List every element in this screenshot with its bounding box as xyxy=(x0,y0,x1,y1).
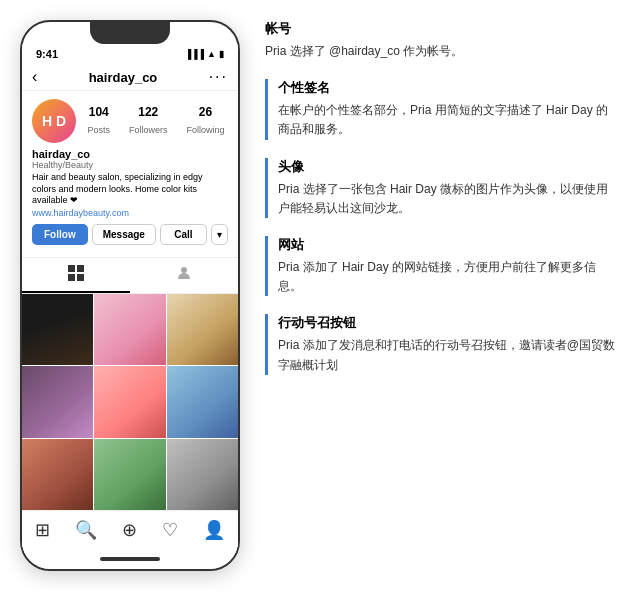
call-button[interactable]: Call xyxy=(160,224,207,245)
grid-cell-4[interactable] xyxy=(22,366,93,437)
bottom-nav: ⊞ 🔍 ⊕ ♡ 👤 xyxy=(22,510,238,553)
info-section-cta: 行动号召按钮 Pria 添加了发消息和打电话的行动号召按钮，邀请读者@国贸数字融… xyxy=(265,314,615,374)
heart-nav-icon[interactable]: ♡ xyxy=(162,519,178,541)
home-nav-icon[interactable]: ⊞ xyxy=(35,519,50,541)
phone-mockup: 9:41 ▐▐▐ ▲ ▮ ‹ hairday_co ··· xyxy=(20,20,240,571)
profile-nav-icon[interactable]: 👤 xyxy=(203,519,225,541)
phone-notch xyxy=(90,22,170,44)
profile-header: H D 104 Posts 122 Followers xyxy=(22,91,238,251)
profile-bio: Hair and beauty salon, specializing in e… xyxy=(32,172,228,207)
signal-icon: ▐▐▐ xyxy=(185,49,204,59)
tab-tagged[interactable] xyxy=(130,258,238,293)
battery-icon: ▮ xyxy=(219,49,224,59)
section-title-avatar: 头像 xyxy=(278,158,615,176)
info-section-website: 网站 Pria 添加了 Hair Day 的网站链接，方便用户前往了解更多信息。 xyxy=(265,236,615,296)
grid-cell-9[interactable] xyxy=(167,439,238,510)
follow-button[interactable]: Follow xyxy=(32,224,88,245)
section-text-avatar: Pria 选择了一张包含 Hair Day 微标的图片作为头像，以便使用户能轻易… xyxy=(278,180,615,218)
section-text-website: Pria 添加了 Hair Day 的网站链接，方便用户前往了解更多信息。 xyxy=(278,258,615,296)
following-label: Following xyxy=(186,125,224,135)
followers-label: Followers xyxy=(129,125,168,135)
avatar: H D xyxy=(32,99,76,143)
phone-screen: 9:41 ▐▐▐ ▲ ▮ ‹ hairday_co ··· xyxy=(22,44,238,569)
section-title-website: 网站 xyxy=(278,236,615,254)
grid-cell-5[interactable] xyxy=(94,366,165,437)
back-button[interactable]: ‹ xyxy=(32,68,37,86)
following-count: 26 xyxy=(186,105,224,119)
profile-stats: 104 Posts 122 Followers 26 Following xyxy=(84,105,228,137)
svg-rect-3 xyxy=(77,274,84,281)
status-time: 9:41 xyxy=(36,48,58,60)
main-container: 9:41 ▐▐▐ ▲ ▮ ‹ hairday_co ··· xyxy=(20,20,620,571)
home-indicator xyxy=(100,557,160,561)
svg-rect-2 xyxy=(68,274,75,281)
search-nav-icon[interactable]: 🔍 xyxy=(75,519,97,541)
right-panel: 帐号 Pria 选择了 @hairday_co 作为帐号。 个性签名 在帐户的个… xyxy=(260,20,620,393)
profile-tabs xyxy=(22,257,238,294)
section-text-cta: Pria 添加了发消息和打电话的行动号召按钮，邀请读者@国贸数字融概计划 xyxy=(278,336,615,374)
phone-wrapper: 9:41 ▐▐▐ ▲ ▮ ‹ hairday_co ··· xyxy=(20,20,240,571)
wifi-icon: ▲ xyxy=(207,49,216,59)
photo-grid xyxy=(22,294,238,510)
grid-cell-2[interactable] xyxy=(94,294,165,365)
ig-nav-bar: ‹ hairday_co ··· xyxy=(22,64,238,91)
status-icons: ▐▐▐ ▲ ▮ xyxy=(185,49,224,59)
more-options-button[interactable]: ··· xyxy=(209,68,228,86)
profile-category: Healthy/Beauty xyxy=(32,160,228,170)
svg-point-4 xyxy=(181,267,187,273)
section-title-bio: 个性签名 xyxy=(278,79,615,97)
svg-rect-0 xyxy=(68,265,75,272)
section-text-bio: 在帐户的个性签名部分，Pria 用简短的文字描述了 Hair Day 的商品和服… xyxy=(278,101,615,139)
profile-username-nav: hairday_co xyxy=(89,70,158,85)
tab-grid[interactable] xyxy=(22,258,130,293)
info-section-account: 帐号 Pria 选择了 @hairday_co 作为帐号。 xyxy=(265,20,615,61)
section-title-cta: 行动号召按钮 xyxy=(278,314,615,332)
grid-cell-8[interactable] xyxy=(94,439,165,510)
stat-followers: 122 Followers xyxy=(129,105,168,137)
avatar-initials: H D xyxy=(42,113,66,129)
stat-following: 26 Following xyxy=(186,105,224,137)
add-nav-icon[interactable]: ⊕ xyxy=(122,519,137,541)
profile-stats-row: H D 104 Posts 122 Followers xyxy=(32,99,228,143)
message-button[interactable]: Message xyxy=(92,224,156,245)
stat-posts: 104 Posts xyxy=(87,105,110,137)
info-section-bio: 个性签名 在帐户的个性签名部分，Pria 用简短的文字描述了 Hair Day … xyxy=(265,79,615,139)
svg-rect-1 xyxy=(77,265,84,272)
followers-count: 122 xyxy=(129,105,168,119)
profile-website[interactable]: www.hairdaybeauty.com xyxy=(32,208,228,218)
dropdown-button[interactable]: ▾ xyxy=(211,224,228,245)
grid-cell-7[interactable] xyxy=(22,439,93,510)
info-section-avatar: 头像 Pria 选择了一张包含 Hair Day 微标的图片作为头像，以便使用户… xyxy=(265,158,615,218)
profile-actions: Follow Message Call ▾ xyxy=(32,224,228,245)
profile-username: hairday_co xyxy=(32,148,228,160)
section-text-account: Pria 选择了 @hairday_co 作为帐号。 xyxy=(265,42,615,61)
posts-count: 104 xyxy=(87,105,110,119)
posts-label: Posts xyxy=(87,125,110,135)
grid-cell-1[interactable] xyxy=(22,294,93,365)
grid-cell-3[interactable] xyxy=(167,294,238,365)
section-title-account: 帐号 xyxy=(265,20,615,38)
status-bar: 9:41 ▐▐▐ ▲ ▮ xyxy=(22,44,238,64)
grid-cell-6[interactable] xyxy=(167,366,238,437)
